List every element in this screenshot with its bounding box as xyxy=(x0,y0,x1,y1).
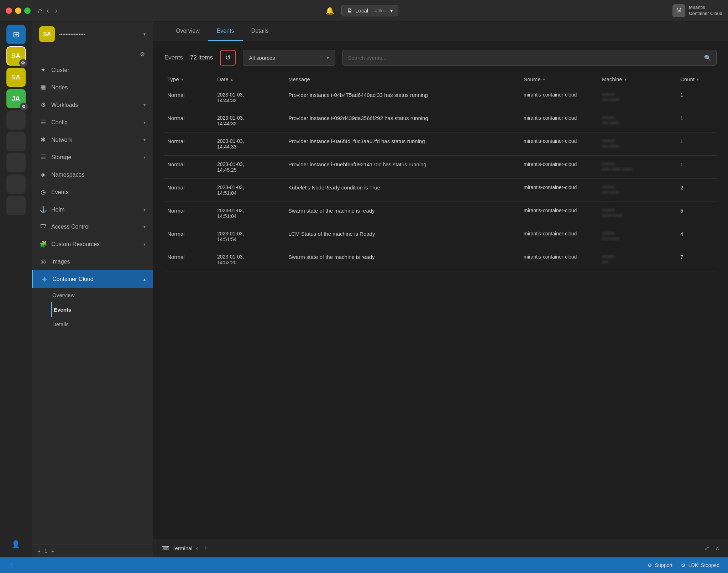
home-button[interactable]: ⌂ xyxy=(38,6,42,15)
table-row[interactable]: Normal 2023-01-03,14:44:32 Provider inst… xyxy=(164,109,717,132)
table-row[interactable]: Normal 2023-01-03,14:51:04 Swarm state o… xyxy=(164,202,717,225)
titlebar: ⌂ ‹ › 🔔 🖥 Local ...attlo... ▾ M Mirantis… xyxy=(0,0,728,21)
cell-message-2: Provider instance i-0a6f4d1f0c3aa62fd ha… xyxy=(286,138,521,144)
storage-arrow-icon: ▾ xyxy=(143,155,146,160)
icon-bar-item-5[interactable] xyxy=(6,196,26,215)
cell-type-5: Normal xyxy=(164,208,214,214)
tab-events[interactable]: Events xyxy=(208,22,243,41)
tab-overview[interactable]: Overview xyxy=(167,22,208,41)
sidebar-header[interactable]: SA •••••••••••••••• ▾ xyxy=(32,21,153,47)
sidebar-item-images[interactable]: ◎ Images xyxy=(32,253,153,270)
sidebar-item-access-control[interactable]: 🛡 Access Control ▾ xyxy=(32,218,153,235)
brand-area: M Mirantis Container Cloud xyxy=(672,4,722,17)
icon-bar-item-4[interactable] xyxy=(6,174,26,194)
sidebar-sub-item-details[interactable]: Details xyxy=(51,317,153,332)
sidebar-sub-items: Overview Events Details xyxy=(32,288,153,332)
avatar-sa-primary[interactable]: SA ⚙ xyxy=(6,46,26,66)
sidebar-item-nodes[interactable]: ▦ Nodes xyxy=(32,79,153,96)
icon-bar-item-2[interactable] xyxy=(6,132,26,151)
table-row[interactable]: Normal 2023-01-03,14:51:04 Kubelet's Nod… xyxy=(164,179,717,202)
th-type[interactable]: Type ▾ xyxy=(164,76,214,82)
th-date[interactable]: Date ▴ xyxy=(214,76,286,82)
refresh-button[interactable]: ↺ xyxy=(220,50,236,66)
cell-type-6: Normal xyxy=(164,231,214,237)
th-machine[interactable]: Machine ▾ xyxy=(599,76,677,82)
sidebar-item-helm[interactable]: ⚓ Helm ▾ xyxy=(32,201,153,218)
th-message[interactable]: Message xyxy=(286,76,521,82)
cell-type-1: Normal xyxy=(164,115,214,121)
bottom-right-icons: ⤢ ∧ xyxy=(705,545,719,552)
table-row[interactable]: Normal 2023-01-03,14:44:33 Provider inst… xyxy=(164,132,717,156)
cell-source-7: mirantis-container-cloud xyxy=(521,254,599,260)
cell-date-4: 2023-01-03,14:51:04 xyxy=(214,184,286,196)
tab-details[interactable]: Details xyxy=(243,22,277,41)
brand-name: Mirantis Container Cloud xyxy=(689,5,722,17)
bell-icon[interactable]: 🔔 xyxy=(325,6,334,15)
cell-machine-5: •••••••••••••• •••••• xyxy=(599,208,677,218)
avatar-ja[interactable]: JA ⚙ xyxy=(6,89,26,108)
cell-source-5: mirantis-container-cloud xyxy=(521,208,599,213)
sidebar: SA •••••••••••••••• ▾ ⚙ ✦ Cluster ▦ Node… xyxy=(32,21,153,557)
sidebar-item-events[interactable]: ◷ Events xyxy=(32,183,153,201)
refresh-icon: ↺ xyxy=(225,54,231,62)
cell-machine-2: •••••••••••• •••••• xyxy=(599,138,677,149)
sidebar-item-namespaces[interactable]: ◈ Namespaces xyxy=(32,166,153,183)
icon-bar: ⊞ SA ⚙ SA JA ⚙ 👤 xyxy=(0,21,32,557)
support-item[interactable]: ⚙ Support xyxy=(648,562,672,568)
sidebar-next-button[interactable]: ▸ xyxy=(52,548,54,554)
sidebar-item-custom-resources[interactable]: 🧩 Custom Resources ▾ xyxy=(32,235,153,253)
expand-icon[interactable]: ⤢ xyxy=(705,545,709,552)
sidebar-sub-item-overview[interactable]: Overview xyxy=(51,288,153,302)
grid-app-icon[interactable]: ⊞ xyxy=(6,25,26,44)
settings-gear-icon[interactable]: ⚙ xyxy=(138,50,146,59)
sources-dropdown[interactable]: All sources ▾ xyxy=(243,50,335,66)
table-row[interactable]: Normal 2023-01-03,14:52:20 Swarm state o… xyxy=(164,248,717,271)
cell-message-6: LCM Status of the machine is Ready xyxy=(286,231,521,237)
sidebar-item-workloads[interactable]: ⚙ Workloads ▾ xyxy=(32,96,153,114)
search-input[interactable] xyxy=(348,55,701,61)
table-row[interactable]: Normal 2023-01-03,14:51:54 LCM Status of… xyxy=(164,225,717,248)
sidebar-item-network[interactable]: ✱ Network ▾ xyxy=(32,131,153,149)
forward-button[interactable]: › xyxy=(55,6,57,15)
cell-type-4: Normal xyxy=(164,184,214,191)
minimize-button[interactable] xyxy=(15,7,21,14)
th-count[interactable]: Count ▾ xyxy=(677,76,717,82)
maximize-button[interactable] xyxy=(24,7,31,14)
cell-date-5: 2023-01-03,14:51:04 xyxy=(214,208,286,219)
sidebar-item-config[interactable]: ☰ Config ▾ xyxy=(32,114,153,131)
env-selector[interactable]: 🖥 Local ...attlo... ▾ xyxy=(341,5,398,16)
ldk-item[interactable]: ⚙ LDK: Stopped xyxy=(681,562,719,568)
terminal-tab[interactable]: ⌨ Terminal × xyxy=(162,545,198,552)
terminal-add-button[interactable]: + xyxy=(204,545,208,552)
workloads-icon: ⚙ xyxy=(39,101,47,109)
events-table: Type ▾ Date ▴ Message Source ▾ xyxy=(164,73,717,539)
bottom-bar: ⌨ Terminal × + ⤢ ∧ xyxy=(153,539,728,557)
th-source[interactable]: Source ▾ xyxy=(521,76,599,82)
sidebar-item-container-cloud[interactable]: ◈ Container Cloud ▴ xyxy=(32,270,153,288)
back-button[interactable]: ‹ xyxy=(47,6,49,15)
sources-arrow-icon: ▾ xyxy=(326,54,329,61)
sidebar-item-cluster[interactable]: ✦ Cluster xyxy=(32,61,153,79)
sidebar-sub-item-events[interactable]: Events xyxy=(51,302,153,317)
user-profile-icon[interactable]: 👤 xyxy=(6,535,26,554)
sidebar-item-storage-label: Storage xyxy=(51,154,139,161)
terminal-close-icon[interactable]: × xyxy=(195,546,198,551)
sidebar-avatar: SA xyxy=(39,26,55,42)
sidebar-prev-button[interactable]: ◂ xyxy=(38,548,40,554)
images-icon: ◎ xyxy=(39,258,47,265)
close-button[interactable] xyxy=(6,7,12,14)
icon-bar-item-3[interactable] xyxy=(6,153,26,172)
type-sort-icon: ▾ xyxy=(181,77,183,82)
cell-date-3: 2023-01-03,14:45:25 xyxy=(214,161,286,173)
date-sort-icon: ▴ xyxy=(231,77,233,82)
avatar-gear-icon: ⚙ xyxy=(19,59,27,67)
table-row[interactable]: Normal 2023-01-03,14:44:32 Provider inst… xyxy=(164,86,717,109)
events-count: 72 items xyxy=(190,54,213,61)
collapse-icon[interactable]: ∧ xyxy=(715,545,719,552)
sidebar-item-storage[interactable]: ☰ Storage ▾ xyxy=(32,149,153,166)
table-row[interactable]: Normal 2023-01-03,14:45:25 Provider inst… xyxy=(164,156,717,179)
sidebar-gear-button[interactable]: ⚙ xyxy=(32,47,153,61)
cell-message-1: Provider instance i-092d439da3566f292 ha… xyxy=(286,115,521,121)
avatar-sa-secondary[interactable]: SA xyxy=(6,68,26,87)
icon-bar-item-1[interactable] xyxy=(6,110,26,130)
